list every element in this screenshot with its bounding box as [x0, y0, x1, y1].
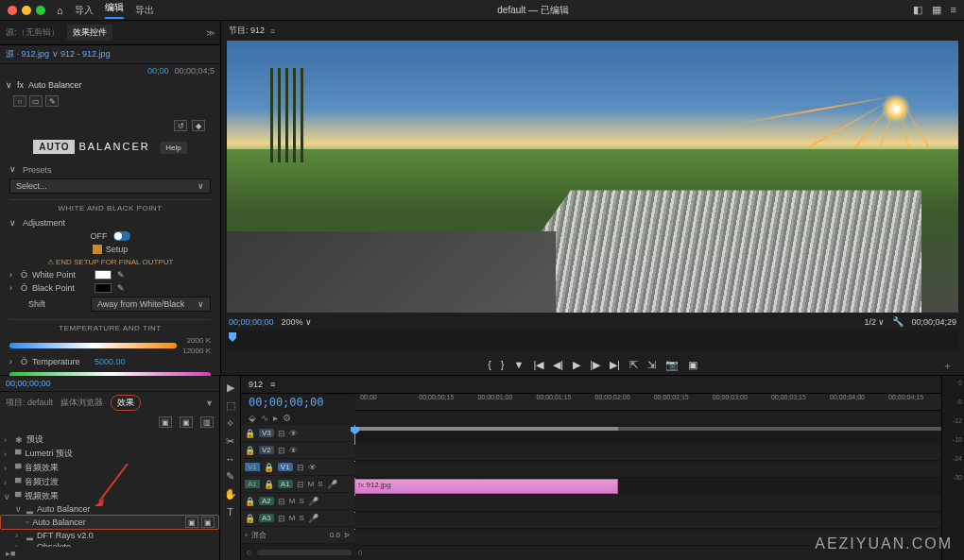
- resolution-select[interactable]: 1/2 ∨: [864, 317, 885, 327]
- cloud-icon[interactable]: ◧: [913, 4, 922, 16]
- tc-display: 00;00;00;00: [0, 376, 219, 392]
- adjustment-toggle[interactable]: [113, 231, 130, 241]
- help-button[interactable]: Help: [160, 142, 186, 154]
- timeline-ruler[interactable]: 00;0000;00;00;1500;00;01;0000;00;01;1500…: [354, 394, 941, 411]
- timeline-timecode[interactable]: 00;00;00;00: [241, 394, 354, 411]
- zoom-select[interactable]: 200% ∨: [282, 317, 313, 327]
- marker-tl-icon[interactable]: ▸: [273, 413, 278, 423]
- fx-mask-pen-icon[interactable]: ✎: [45, 95, 59, 107]
- fx-badge: fx: [17, 80, 24, 90]
- black-swatch[interactable]: [95, 283, 112, 293]
- effects-tree[interactable]: ›✱预设 ›▀Lumetri 预设 ›▀音频效果 ›▀音频过渡 ∨▀视频效果 ∨…: [0, 431, 219, 547]
- panel-menu-icon[interactable]: ≫: [206, 28, 215, 38]
- settings-tl-icon[interactable]: ⚙: [283, 413, 291, 423]
- zoom-out-icon[interactable]: ○: [247, 548, 251, 557]
- warning-text: ⚠ END SETUP FOR FINAL OUTPUT: [9, 256, 211, 268]
- go-out-icon[interactable]: ▶|: [610, 359, 620, 371]
- tab-effects[interactable]: 效果: [111, 395, 141, 411]
- lift-icon[interactable]: ⇱: [629, 359, 638, 371]
- step-fwd-icon[interactable]: |▶: [590, 359, 600, 371]
- nav-edit[interactable]: 编辑: [105, 1, 124, 19]
- fx-badge-2-icon[interactable]: ▣: [180, 416, 193, 428]
- go-in-icon[interactable]: |◀: [533, 359, 543, 371]
- mark-out-icon[interactable]: }: [501, 359, 505, 371]
- tab-source[interactable]: 源:（无剪辑）: [6, 26, 60, 39]
- eyedropper-icon[interactable]: ✎: [117, 283, 125, 293]
- play-icon[interactable]: ▶: [573, 359, 580, 371]
- track-select-tool-icon[interactable]: ⬚: [226, 399, 235, 412]
- program-header: 节目: 912: [229, 25, 265, 37]
- fx-bypass-icon[interactable]: ○: [13, 95, 26, 107]
- program-tc-right: 00;00;04;29: [911, 317, 956, 327]
- tab-project[interactable]: 项目: default: [6, 397, 53, 409]
- temperature-label: Temperature: [32, 357, 89, 366]
- menu-icon[interactable]: ≡: [951, 4, 956, 16]
- section-white-black: WHITE AND BLACK POINT: [9, 199, 211, 216]
- nav-export[interactable]: 导出: [135, 4, 154, 17]
- link-icon[interactable]: ∿: [261, 413, 268, 423]
- selection-tool-icon[interactable]: ▶: [227, 382, 234, 394]
- shift-label: Shift: [28, 299, 85, 309]
- source-breadcrumb[interactable]: 源 · 912.jpg ∨ 912 - 912.jpg: [0, 45, 220, 64]
- zoom-slider[interactable]: [257, 550, 352, 555]
- home-icon[interactable]: ⌂: [57, 5, 63, 16]
- export-frame-icon[interactable]: 📷: [665, 359, 679, 371]
- slip-tool-icon[interactable]: ↔: [225, 453, 235, 465]
- preview-viewport[interactable]: [227, 41, 958, 313]
- eyedropper-icon[interactable]: ✎: [117, 270, 125, 280]
- timeline-panel: ▶ ⬚ ✧ ✂ ↔ ✎ ✋ T 912≡ 00;00;00;00 ⬙∿▸⚙ 00…: [220, 376, 964, 560]
- fx-toggle[interactable]: ∨: [6, 80, 12, 90]
- step-back-icon[interactable]: ◀|: [553, 359, 563, 371]
- white-swatch[interactable]: [95, 270, 112, 280]
- effect-auto-balancer[interactable]: ▫Auto Balancer▣▣: [0, 515, 219, 530]
- hand-tool-icon[interactable]: ✋: [224, 488, 237, 501]
- nav-import[interactable]: 导入: [75, 4, 94, 17]
- keyframe-icon[interactable]: ◆: [192, 120, 205, 131]
- tab-effect-controls[interactable]: 效果控件: [67, 25, 112, 41]
- effect-controls-panel: 源:（无剪辑） 效果控件 ≫ 源 · 912.jpg ∨ 912 - 912.j…: [0, 21, 220, 375]
- compare-icon[interactable]: ▣: [688, 359, 697, 371]
- marker-icon[interactable]: ▼: [514, 359, 525, 371]
- wrench-icon[interactable]: 🔧: [892, 316, 904, 327]
- adjustment-label: Adjustment: [23, 218, 65, 228]
- sequence-name[interactable]: 912: [249, 380, 263, 389]
- workspace-icon[interactable]: ▦: [932, 4, 941, 16]
- mark-in-icon[interactable]: {: [488, 359, 491, 371]
- plugin-logo-b: BALANCER: [78, 141, 149, 152]
- temperature-gradient: [9, 343, 177, 348]
- black-point-label: Black Point: [32, 283, 89, 293]
- fx-name: Auto Balancer: [28, 80, 82, 90]
- presets-label: Presets: [23, 165, 52, 175]
- window-controls[interactable]: [8, 6, 45, 15]
- tc-right: 00;00;04;5: [174, 66, 215, 76]
- fx-badge-1-icon[interactable]: ▣: [159, 416, 172, 428]
- project-panel: 00;00;00;00 项目: default 媒体浏览器 效果 ▼ ▣ ▣ ▥…: [0, 376, 220, 560]
- button-editor-icon[interactable]: ＋: [942, 359, 953, 373]
- ripple-tool-icon[interactable]: ✧: [226, 417, 234, 430]
- extract-icon[interactable]: ⇲: [647, 359, 656, 371]
- temperature-value[interactable]: 5000.00: [95, 357, 126, 366]
- zoom-in-icon[interactable]: ○: [357, 548, 362, 557]
- fx-badge-3-icon[interactable]: ▥: [200, 416, 214, 428]
- folder-auto-balancer: Auto Balancer: [37, 504, 91, 514]
- razor-tool-icon[interactable]: ✂: [226, 435, 234, 448]
- setup-label: Setup: [106, 245, 129, 254]
- presets-select[interactable]: Select...∨: [9, 178, 211, 194]
- pen-tool-icon[interactable]: ✎: [226, 470, 234, 483]
- setup-checkbox[interactable]: [93, 245, 102, 254]
- clip-912[interactable]: fx 912.jpg: [354, 479, 618, 494]
- snap-icon[interactable]: ⬙: [249, 413, 256, 423]
- fx-mask-rect-icon[interactable]: ▭: [29, 95, 43, 107]
- search-icon[interactable]: ▼: [205, 399, 214, 408]
- white-point-label: White Point: [32, 270, 89, 280]
- type-tool-icon[interactable]: T: [227, 506, 233, 518]
- timeline-tracks-area[interactable]: fx 912.jpg: [354, 425, 941, 544]
- tc-left: 00;00: [147, 66, 169, 76]
- program-timecode[interactable]: 00;00;00;00: [229, 317, 274, 327]
- plugin-logo-a: AUTO: [33, 140, 75, 154]
- shift-select[interactable]: Away from White/Black∨: [91, 297, 211, 312]
- tab-media-browser[interactable]: 媒体浏览器: [60, 397, 103, 409]
- reset-icon[interactable]: ↺: [174, 120, 187, 131]
- title-bar: ⌂ 导入 编辑 导出 default — 已编辑 ◧ ▦ ≡: [0, 0, 964, 21]
- program-scrubber[interactable]: [227, 331, 958, 351]
